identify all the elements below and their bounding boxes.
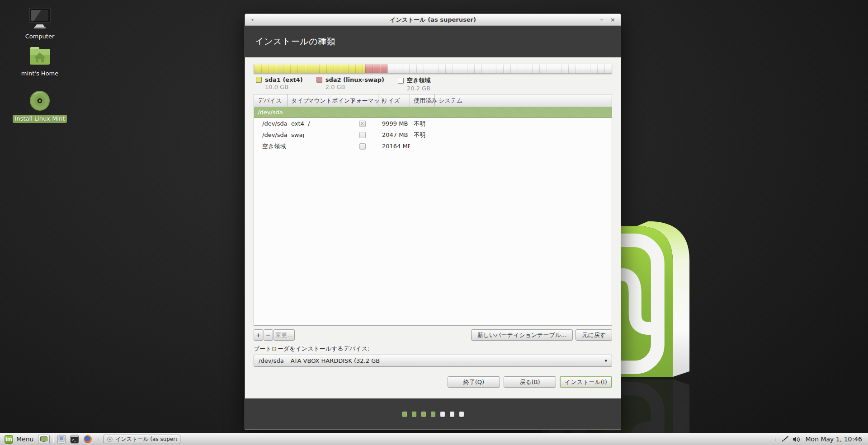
progress-dot-2 xyxy=(412,412,416,417)
minimize-icon[interactable]: – xyxy=(600,17,604,23)
format-checkbox[interactable] xyxy=(359,143,366,150)
add-partition-button[interactable]: + xyxy=(254,329,263,341)
cell-1: swap xyxy=(288,131,304,138)
new-partition-table-button[interactable]: 新しいパーティションテーブル... xyxy=(471,329,573,341)
firefox-launcher-button[interactable] xyxy=(83,435,93,444)
dialog-actions: 終了(Q) 戻る(B) インストール(I) xyxy=(254,376,612,388)
column-header-0[interactable]: デバイス xyxy=(254,94,288,107)
column-header-4[interactable]: サイズ xyxy=(378,94,410,107)
install-button[interactable]: インストール(I) xyxy=(560,376,612,388)
table-row[interactable]: /dev/sda2swap2047 MB不明 xyxy=(254,129,612,141)
show-desktop-button[interactable] xyxy=(38,435,50,444)
taskbar-separator xyxy=(53,435,53,443)
column-header-2[interactable]: マウントポイント xyxy=(304,94,346,107)
taskbar-clock[interactable]: Mon May 1, 10:46 xyxy=(805,436,862,443)
task-disc-icon xyxy=(107,436,113,442)
combo-device-value: /dev/sda xyxy=(259,357,284,364)
format-checkbox[interactable] xyxy=(359,132,366,138)
cell-4: 2047 MB xyxy=(378,131,410,138)
column-header-5[interactable]: 使用済み xyxy=(410,94,435,107)
wizard-progress-dots xyxy=(245,398,621,429)
progress-dot-1 xyxy=(402,412,407,417)
mint-menu-icon: lm xyxy=(5,435,13,444)
install-disc-icon xyxy=(28,90,51,112)
legend-item-2: 空き領域20.2 GB xyxy=(398,76,430,92)
legend-size: 2.0 GB xyxy=(326,84,384,90)
progress-dot-7 xyxy=(459,412,464,417)
partition-bar xyxy=(254,64,612,74)
display-launcher-icon xyxy=(57,435,66,444)
legend-name: 空き領域 xyxy=(407,76,430,84)
legend-name: sda2 (linux-swap) xyxy=(326,76,384,83)
desktop-icon-computer[interactable]: Computer xyxy=(12,7,68,41)
cell-4: 9999 MB xyxy=(378,120,410,127)
menu-button[interactable]: lm Menu xyxy=(3,435,35,444)
desktop-icon-mints-home[interactable]: mint's Home xyxy=(12,46,68,78)
computer-icon xyxy=(28,7,52,30)
terminal-launcher-button[interactable]: >_ xyxy=(70,435,80,444)
page-title: インストールの種類 xyxy=(255,36,335,47)
legend-swatch xyxy=(256,77,262,83)
change-partition-button[interactable]: 変更... xyxy=(274,329,295,341)
partition-legend: sda1 (ext4)10.0 GBsda2 (linux-swap)2.0 G… xyxy=(254,76,612,92)
bootloader-device-select[interactable]: /dev/sda ATA VBOX HARDDISK (32.2 GB ▾ xyxy=(254,355,612,367)
desktop-icon-install-linux-mint[interactable]: Install Linux Mint xyxy=(12,90,68,123)
window-title: インストール (as superuser) xyxy=(245,16,621,24)
firefox-icon xyxy=(83,435,92,444)
window-body: sda1 (ext4)10.0 GBsda2 (linux-swap)2.0 G… xyxy=(245,57,621,398)
legend-item-1: sda2 (linux-swap)2.0 GB xyxy=(316,76,384,92)
taskbar-handle-icon: ⋮ xyxy=(96,437,100,441)
task-button-installer[interactable]: インストール (as superu... xyxy=(104,435,180,444)
cell-0: 空き領域 xyxy=(254,142,288,150)
window-titlebar[interactable]: ▾ インストール (as superuser) – × xyxy=(245,14,621,26)
progress-dot-4 xyxy=(431,412,435,417)
quit-button[interactable]: 終了(Q) xyxy=(448,376,500,388)
progress-dot-6 xyxy=(450,412,454,417)
desktop-icon-label: mint's Home xyxy=(19,70,61,78)
legend-item-0: sda1 (ext4)10.0 GB xyxy=(256,76,303,92)
partition-segment-sda1 xyxy=(254,64,365,73)
window-shade-icon[interactable]: ▾ xyxy=(251,17,254,22)
legend-swatch xyxy=(316,77,322,83)
progress-dot-5 xyxy=(440,412,445,417)
paintbrush-tray-icon[interactable] xyxy=(781,436,789,443)
legend-size: 20.2 GB xyxy=(407,85,430,92)
tray-handle-icon: ⋮ xyxy=(773,437,778,441)
desktop-icon-label: Computer xyxy=(23,33,57,41)
desktop-icon-label: Install Linux Mint xyxy=(13,115,67,123)
cell-5: 不明 xyxy=(410,120,435,128)
chevron-down-icon: ▾ xyxy=(604,358,607,364)
home-folder-icon xyxy=(28,46,52,67)
table-row-dev-sda[interactable]: /dev/sda xyxy=(254,107,612,118)
column-header-3[interactable]: フォーマット xyxy=(346,94,378,107)
format-checkbox[interactable]: ✕ xyxy=(359,121,366,127)
revert-button[interactable]: 元に戻す xyxy=(576,329,612,341)
table-row[interactable]: 空き領域20164 MB xyxy=(254,141,612,152)
legend-name: sda1 (ext4) xyxy=(265,76,303,83)
combo-device-description: ATA VBOX HARDDISK (32.2 GB xyxy=(291,357,380,364)
partition-table[interactable]: デバイスタイプマウントポイントフォーマットサイズ使用済みシステム /dev/sd… xyxy=(254,94,612,326)
cell-4: 20164 MB xyxy=(378,143,410,150)
table-row[interactable]: /dev/sda1ext4/✕9999 MB不明 xyxy=(254,118,612,129)
cell-0: /dev/sda2 xyxy=(254,131,288,138)
close-icon[interactable]: × xyxy=(610,17,615,23)
remove-partition-button[interactable]: − xyxy=(264,329,273,341)
partition-toolbar: + − 変更... 新しいパーティションテーブル... 元に戻す xyxy=(254,329,612,341)
cell-5: 不明 xyxy=(410,131,435,139)
task-button-label: インストール (as superu... xyxy=(115,436,177,443)
cell-1: ext4 xyxy=(288,120,304,127)
device-group-label: /dev/sda xyxy=(258,109,283,116)
display-launcher-button[interactable] xyxy=(57,435,66,444)
terminal-icon: >_ xyxy=(70,435,79,444)
svg-text:>_: >_ xyxy=(72,438,76,442)
column-header-1[interactable]: タイプ xyxy=(288,94,304,107)
partition-segment-free xyxy=(387,64,612,73)
menu-label: Menu xyxy=(16,436,33,443)
column-header-6[interactable]: システム xyxy=(435,94,612,107)
progress-dot-3 xyxy=(421,412,426,417)
bootloader-label: ブートローダをインストールするデバイス: xyxy=(254,345,612,353)
taskbar: lm Menu >_ ⋮ xyxy=(0,433,868,445)
volume-icon[interactable] xyxy=(793,436,801,443)
legend-swatch xyxy=(398,78,404,84)
back-button[interactable]: 戻る(B) xyxy=(504,376,556,388)
